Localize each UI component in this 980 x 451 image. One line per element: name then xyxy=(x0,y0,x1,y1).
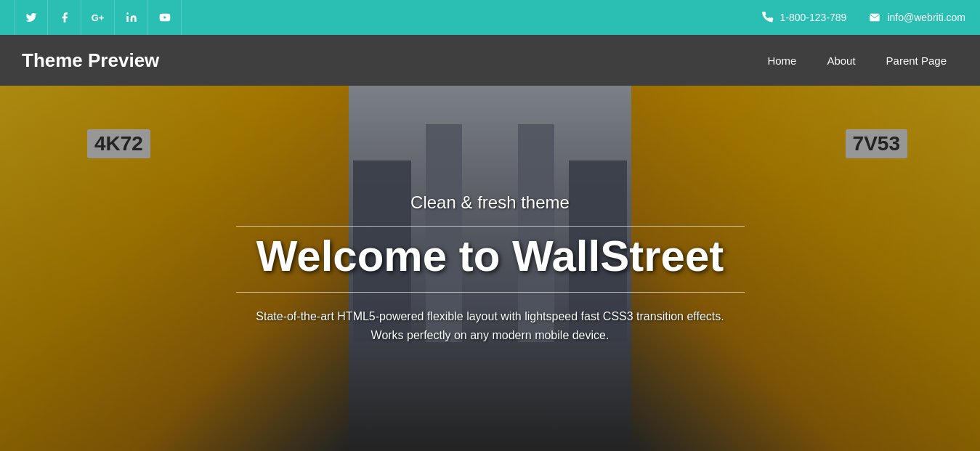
twitter-icon[interactable] xyxy=(15,0,48,35)
svg-point-0 xyxy=(126,12,129,15)
hero-title: Welcome to WallStreet xyxy=(256,232,724,280)
contact-info: 1-800-123-789 info@webriti.com xyxy=(761,11,965,24)
header: Theme Preview Home About Parent Page xyxy=(0,35,980,86)
site-title[interactable]: Theme Preview xyxy=(22,49,159,72)
nav-home[interactable]: Home xyxy=(756,49,808,73)
google-plus-icon[interactable]: G+ xyxy=(81,0,115,35)
email-contact: info@webriti.com xyxy=(868,11,965,24)
nav-menu: Home About Parent Page xyxy=(756,49,958,73)
hero-description: State-of-the-art HTML5-powered flexible … xyxy=(243,307,737,344)
hero-section: Clean & fresh theme Welcome to WallStree… xyxy=(0,86,980,451)
phone-icon xyxy=(761,11,774,24)
nav-about[interactable]: About xyxy=(815,49,867,73)
email-icon xyxy=(868,11,881,24)
hero-content: Clean & fresh theme Welcome to WallStree… xyxy=(0,86,980,451)
facebook-icon[interactable] xyxy=(48,0,81,35)
phone-contact: 1-800-123-789 xyxy=(761,11,847,24)
phone-number: 1-800-123-789 xyxy=(780,12,847,23)
nav-parent-page[interactable]: Parent Page xyxy=(875,49,958,73)
hero-divider-bottom xyxy=(236,292,745,293)
linkedin-icon[interactable] xyxy=(115,0,148,35)
youtube-icon[interactable] xyxy=(148,0,182,35)
social-icons: G+ xyxy=(15,0,182,35)
hero-divider-top xyxy=(236,226,745,227)
topbar: G+ 1-800-123-789 info@webriti.com xyxy=(0,0,980,35)
hero-subtitle: Clean & fresh theme xyxy=(410,192,570,213)
email-address: info@webriti.com xyxy=(887,12,965,23)
